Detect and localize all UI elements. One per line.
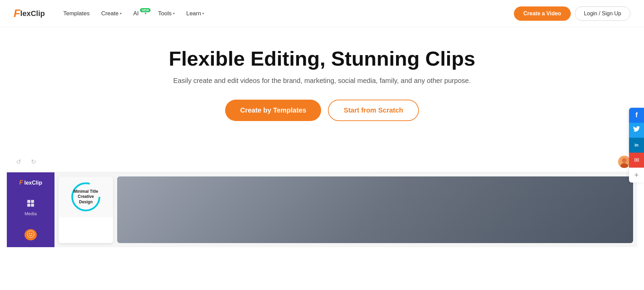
start-from-scratch-button[interactable]: Start from Scratch (328, 100, 419, 121)
nav-item-create[interactable]: Create ▾ (96, 7, 126, 20)
nav-item-tools[interactable]: Tools ▾ (153, 7, 179, 20)
clips-area: Minimal Title Creative Design (54, 172, 637, 247)
video-preview (117, 176, 633, 243)
nav-item-learn[interactable]: Learn ▾ (182, 7, 209, 20)
navbar: F lexClip Templates Create ▾ AI NEW ▾ To… (0, 0, 644, 27)
hero-subtitle: Easily create and edit videos for the br… (7, 77, 637, 85)
clip-card-minimal-title[interactable]: Minimal Title Creative Design (59, 176, 113, 243)
editor-main: Minimal Title Creative Design (54, 172, 637, 247)
more-share-button[interactable]: + (629, 168, 644, 183)
login-signup-button[interactable]: Login / Sign Up (575, 6, 630, 21)
clip-circle-text: Minimal Title Creative Design (70, 189, 101, 205)
sidebar-item-media[interactable]: Media (20, 197, 41, 219)
nav-item-templates[interactable]: Templates (59, 7, 94, 20)
nav-links: Templates Create ▾ AI NEW ▾ Tools ▾ Lear… (59, 7, 514, 20)
sidebar-logo-text: lexClip (24, 180, 42, 186)
hero-section: Flexible Editing, Stunning Clips Easily … (0, 27, 644, 152)
email-share-button[interactable]: ✉ (629, 153, 644, 168)
sidebar-logo-f: F (19, 179, 23, 186)
ai-new-badge: NEW (140, 8, 151, 12)
logo-f-letter: F (14, 7, 20, 20)
chevron-down-icon: ▾ (173, 12, 175, 15)
email-icon: ✉ (634, 156, 639, 164)
facebook-share-button[interactable]: f (629, 108, 644, 123)
editor-body: F lexClip Media (7, 172, 637, 247)
media-icon (27, 199, 35, 209)
svg-point-1 (622, 158, 627, 163)
add-icon (27, 231, 34, 239)
user-avatar (618, 156, 630, 168)
editor-sidebar: F lexClip Media (7, 172, 54, 247)
clip-card-inner: Minimal Title Creative Design (59, 176, 113, 217)
sidebar-item-media-label: Media (25, 211, 36, 216)
logo[interactable]: F lexClip (14, 7, 45, 20)
redo-icon: ↻ (31, 158, 36, 166)
twitter-icon (633, 126, 640, 134)
redo-button[interactable]: ↻ (29, 157, 38, 167)
svg-rect-6 (31, 204, 34, 207)
sidebar-add-button[interactable] (25, 229, 37, 240)
svg-rect-4 (31, 200, 34, 203)
linkedin-share-button[interactable]: in (629, 138, 644, 153)
svg-rect-3 (27, 200, 30, 203)
svg-point-8 (29, 233, 30, 234)
social-sidebar: f in ✉ + (629, 108, 644, 183)
create-by-templates-button[interactable]: Create by Templates (225, 100, 321, 121)
undo-icon: ↺ (16, 158, 21, 166)
svg-point-7 (27, 231, 34, 238)
nav-item-ai[interactable]: AI NEW ▾ (128, 7, 151, 20)
svg-point-9 (31, 233, 32, 234)
linkedin-icon: in (634, 142, 639, 148)
chevron-down-icon: ▾ (202, 12, 204, 15)
svg-rect-5 (27, 204, 30, 207)
nav-right: Create a Video Login / Sign Up (514, 6, 630, 21)
undo-button[interactable]: ↺ (14, 157, 23, 167)
logo-text: lexClip (20, 9, 45, 18)
facebook-icon: f (635, 111, 638, 119)
chevron-down-icon: ▾ (120, 12, 122, 15)
chevron-down-icon: ▾ (145, 12, 146, 15)
design-circle: Minimal Title Creative Design (70, 182, 101, 212)
hero-title: Flexible Editing, Stunning Clips (7, 48, 637, 70)
editor-preview: ↺ ↻ F lexClip (7, 152, 637, 247)
twitter-share-button[interactable] (629, 123, 644, 138)
hero-buttons: Create by Templates Start from Scratch (7, 100, 637, 121)
avatar-svg (618, 156, 630, 168)
plus-icon: + (634, 171, 639, 180)
sidebar-logo: F lexClip (19, 179, 42, 186)
editor-toolbar: ↺ ↻ (7, 152, 637, 172)
create-video-button[interactable]: Create a Video (514, 6, 571, 21)
